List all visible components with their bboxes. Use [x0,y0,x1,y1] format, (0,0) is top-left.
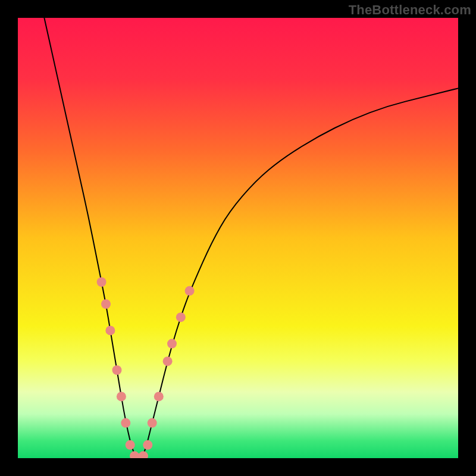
marker-point [167,339,177,349]
marker-point [117,392,126,401]
marker-point [148,418,157,428]
marker-point [176,312,186,322]
chart-svg [18,18,458,458]
marker-point [101,299,111,309]
marker-point [112,365,122,375]
watermark-text: TheBottleneck.com [349,2,471,18]
marker-point [154,392,164,401]
marker-point [105,325,115,335]
marker-point [126,440,135,450]
plot-area [18,18,458,458]
marker-point [185,286,195,296]
marker-point [143,440,152,450]
chart-frame [18,18,458,458]
chart-background [18,18,458,458]
marker-point [121,418,130,428]
marker-point [97,277,107,287]
marker-point [163,356,173,366]
